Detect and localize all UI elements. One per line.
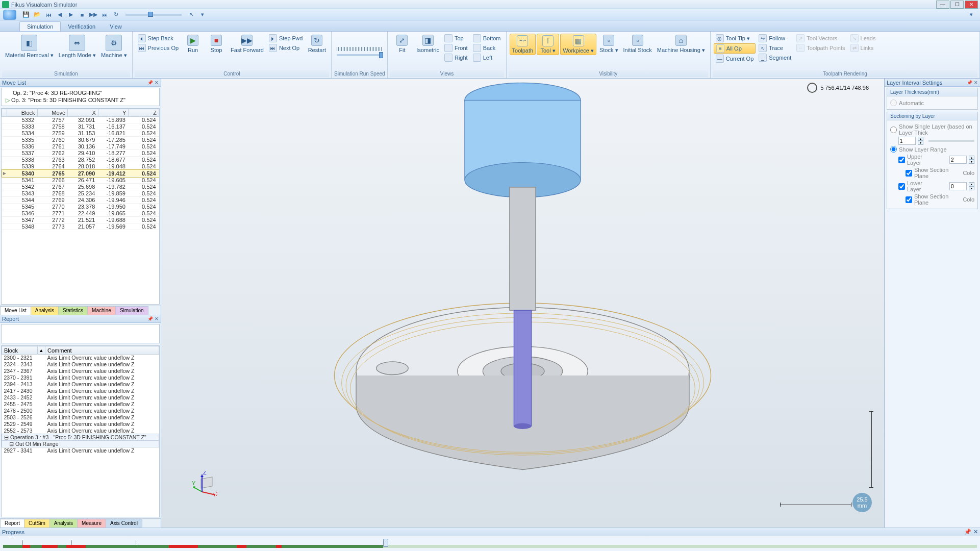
pin-icon[interactable]: 📌 [964,529,971,535]
single-layer-input[interactable] [898,137,916,145]
stop-button[interactable]: ■Stop [205,34,228,54]
range-row[interactable]: ⊟ Out Of Min Range [2,441,159,447]
spin-up-icon[interactable]: ▴ [918,137,923,141]
axis-gizmo[interactable]: X Y Z [192,471,217,497]
previous-op-button[interactable]: ⏮Previous Op [136,43,181,53]
machine-button[interactable]: ⚙Machine ▾ [99,34,129,59]
table-row[interactable]: 5342276725.698-19.7820.524 [2,184,159,190]
pin-icon[interactable]: 📌 [967,80,972,85]
table-row[interactable]: 2324 - 2343Axis Limit Overrun: value und… [2,361,159,368]
show-section-plane-1[interactable]: Show Section Plane Colo [898,167,974,179]
current-op-button[interactable]: —Current Op [714,54,756,63]
table-row[interactable]: 5343276825.234-19.8590.524 [2,190,159,197]
app-menu-button[interactable] [3,10,16,20]
bottom-button[interactable]: Bottom [471,34,503,43]
table-row[interactable]: ▸5340276527.090-19.4120.524 [2,170,159,177]
table-row[interactable]: 2347 - 2367Axis Limit Overrun: value und… [2,368,159,374]
front-button[interactable]: Front [442,43,470,53]
col-y[interactable]: Y [98,109,129,117]
help-dropdown-icon[interactable]: ▾ [967,10,976,19]
report-filter-input[interactable] [1,324,160,343]
all-op-button[interactable]: ≡All Op [714,43,756,54]
tab-verification[interactable]: Verification [61,22,103,31]
table-row[interactable]: 5345277023.378-19.9500.524 [2,204,159,210]
tab-analysis2[interactable]: Analysis [49,519,78,528]
table-row[interactable]: 5334275931.153-16.8210.524 [2,130,159,137]
stop-icon[interactable]: ■ [78,10,87,19]
close-pane-icon[interactable]: ✕ [974,80,978,85]
speed-slider[interactable] [337,54,383,56]
table-row[interactable]: 2927 - 3341Axis Limit Overrun: value und… [2,447,159,454]
pin-icon[interactable]: 📌 [147,316,153,321]
segment-button[interactable]: ⎯Segment [757,53,793,62]
show-layer-range-radio[interactable]: Show Layer Range [890,146,974,153]
table-row[interactable]: 5348277321.057-19.5690.524 [2,223,159,230]
prev-icon[interactable]: ◀ [55,10,64,19]
col-sort-icon[interactable]: ▴ [38,346,45,355]
table-row[interactable]: 5344276924.306-19.9460.524 [2,197,159,204]
save-icon[interactable]: 💾 [21,10,31,19]
table-row[interactable]: 2529 - 2549Axis Limit Overrun: value und… [2,421,159,428]
close-pane-icon[interactable]: ✕ [155,316,159,321]
follow-button[interactable]: ↪Follow [757,34,793,43]
length-mode-button[interactable]: ⇔Length Mode ▾ [57,34,98,59]
table-row[interactable]: 5347277221.521-19.6880.524 [2,217,159,223]
table-row[interactable]: 5336276130.136-17.7490.524 [2,143,159,150]
restart-icon[interactable]: ↻ [111,10,120,19]
next-op-button[interactable]: ⏭Next Op [267,43,305,53]
spin-down-icon[interactable]: ▾ [918,141,923,145]
col-z[interactable]: Z [129,109,159,117]
table-row[interactable]: 5339276428.018-19.0480.524 [2,163,159,170]
close-button[interactable]: ✕ [965,1,978,9]
show-single-layer-radio[interactable]: Show Single Layer (based on Layer Thick [890,123,974,136]
isometric-button[interactable]: ◨Isometric [414,34,441,54]
table-row[interactable]: 2300 - 2321Axis Limit Overrun: value und… [2,355,159,361]
initial-stock-button[interactable]: ▫Initial Stock [621,34,654,54]
tree-node-current[interactable]: Op. 3: "Proc 5: 3D FINISHING CONSTANT Z" [3,96,158,104]
minimize-button[interactable]: — [936,1,949,9]
material-removal-button[interactable]: ◧Material Removal ▾ [3,34,56,59]
col-block[interactable]: Block [2,346,38,355]
skip-start-icon[interactable]: ⏮ [44,10,53,19]
tool-vectors-button[interactable]: ↗Tool Vectors [794,34,847,43]
table-row[interactable]: 2394 - 2413Axis Limit Overrun: value und… [2,381,159,388]
close-pane-icon[interactable]: ✕ [973,529,978,535]
report-grid[interactable]: Block ▴ Comment 2300 - 2321Axis Limit Ov… [1,345,160,517]
upper-layer-check[interactable]: Upper Layer ▴▾ [898,154,974,166]
tab-axis-control[interactable]: Axis Control [106,519,142,528]
table-row[interactable]: 2370 - 2391Axis Limit Overrun: value und… [2,374,159,381]
table-row[interactable]: 2503 - 2526Axis Limit Overrun: value und… [2,414,159,421]
lower-layer-check[interactable]: Lower Layer ▴▾ [898,180,974,192]
table-row[interactable]: 2455 - 2475Axis Limit Overrun: value und… [2,401,159,408]
table-row[interactable]: 2552 - 2573Axis Limit Overrun: value und… [2,428,159,434]
automatic-radio[interactable]: Automatic [890,99,974,106]
maximize-button[interactable]: ☐ [950,1,964,9]
tab-measure[interactable]: Measure [77,519,106,528]
3d-viewport[interactable]: 5 756.41/14 748.96 25.5 mm X Y Z [161,79,884,528]
progress-thumb[interactable] [383,539,388,547]
tab-cutsim[interactable]: CutSim [24,519,50,528]
move-list-grid[interactable]: Block Move X Y Z 5332275732.091-15.8930.… [1,108,160,305]
tab-view[interactable]: View [103,22,129,31]
show-section-plane-2[interactable]: Show Section Plane Colo [898,193,974,206]
table-row[interactable]: 5338276328.752-18.6770.524 [2,157,159,163]
tab-statistics[interactable]: Statistics [58,306,88,315]
play-icon[interactable]: ▶ [66,10,76,19]
fit-button[interactable]: ⤢Fit [391,34,413,54]
skip-end-icon[interactable]: ⏭ [100,10,109,19]
leads-button[interactable]: ↘Leads [848,34,878,43]
cursor-icon[interactable]: ↖ [187,10,196,19]
table-row[interactable]: 2433 - 2452Axis Limit Overrun: value und… [2,394,159,401]
left-button[interactable]: Left [471,53,503,62]
toolpath-button[interactable]: 〰Toolpath [510,34,536,55]
toolpath-points-button[interactable]: ··Toolpath Points [794,43,847,53]
back-button[interactable]: Back [471,43,503,53]
tab-simulation-panel[interactable]: Simulation [115,306,148,315]
table-row[interactable]: 5337276229.410-18.2770.524 [2,150,159,157]
run-button[interactable]: ▶Run [182,34,204,54]
tool-tip-button[interactable]: ◎Tool Tip ▾ [714,34,756,43]
tree-node[interactable]: Op. 2: "Proc 4: 3D RE-ROUGHING" [3,89,158,96]
operations-tree[interactable]: Op. 2: "Proc 4: 3D RE-ROUGHING" Op. 3: "… [1,88,160,106]
fast-forward-button[interactable]: ▶▶Fast Forward [229,34,266,54]
step-back-button[interactable]: ⏴Step Back [136,34,181,43]
